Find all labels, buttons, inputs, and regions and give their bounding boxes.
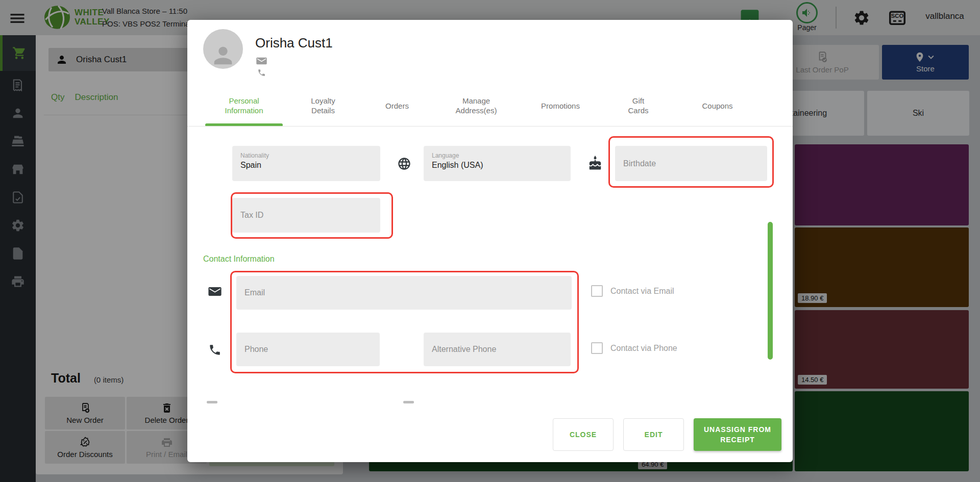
truncated-field-dash	[207, 401, 217, 403]
customer-details-modal: Orisha Cust1 Personal Information Loyalt…	[187, 20, 793, 462]
email-input[interactable]	[236, 276, 572, 310]
birthdate-input[interactable]	[615, 146, 767, 181]
person-icon	[210, 42, 236, 69]
tax-id-input[interactable]	[232, 198, 380, 233]
nationality-field[interactable]: Nationality Spain	[232, 146, 380, 181]
phone-icon	[257, 68, 266, 77]
tab-loyalty-details[interactable]: Loyalty Details	[285, 85, 361, 126]
tab-promotions[interactable]: Promotions	[520, 85, 601, 126]
tab-personal-information[interactable]: Personal Information	[203, 85, 285, 126]
edit-button[interactable]: EDIT	[623, 418, 684, 451]
pos-app: WHITE VALLEY Vall Blanca Store – 11:50 P…	[0, 0, 980, 482]
contact-via-phone-checkbox[interactable]	[591, 342, 603, 354]
birthday-cake-icon	[587, 156, 603, 171]
mail-icon	[208, 286, 222, 297]
contact-via-email-checkbox[interactable]	[591, 285, 603, 297]
contact-via-email-label: Contact via Email	[610, 287, 674, 296]
contact-via-phone-label: Contact via Phone	[610, 344, 677, 353]
tab-manage-addresses[interactable]: Manage Address(es)	[433, 85, 520, 126]
phone-icon	[208, 343, 222, 357]
close-button[interactable]: CLOSE	[553, 418, 614, 451]
tab-coupons[interactable]: Coupons	[675, 85, 760, 126]
customer-modal-tabs: Personal Information Loyalty Details Ord…	[203, 85, 760, 126]
unassign-from-receipt-button[interactable]: UNASSIGN FROM RECEIPT	[694, 418, 781, 451]
tab-gift-cards[interactable]: Gift Cards	[601, 85, 675, 126]
alternative-phone-input[interactable]	[424, 333, 571, 366]
customer-avatar	[203, 29, 243, 69]
phone-input[interactable]	[236, 333, 380, 366]
customer-name: Orisha Cust1	[255, 35, 333, 51]
mail-icon	[256, 57, 267, 65]
tabs-divider	[187, 126, 793, 126]
truncated-field-dash	[403, 401, 414, 403]
modal-scrollbar[interactable]	[768, 222, 773, 360]
tab-orders[interactable]: Orders	[361, 85, 433, 126]
language-field[interactable]: Language English (USA)	[424, 146, 571, 181]
contact-information-heading: Contact Information	[203, 255, 275, 264]
globe-icon	[397, 157, 411, 171]
